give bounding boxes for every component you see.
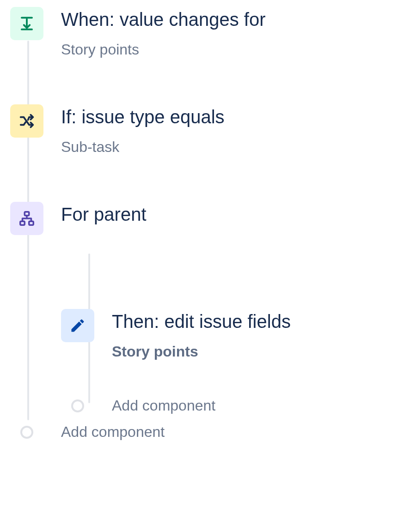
condition-body: If: issue type equals Sub-task [61, 104, 225, 156]
condition-value: Sub-task [61, 139, 225, 156]
add-component-branch[interactable]: Add component [61, 397, 407, 414]
action-title: Then: edit issue fields [112, 310, 291, 333]
action-field: Story points [112, 343, 291, 360]
trigger-body: When: value changes for Story points [61, 7, 265, 58]
branch-step[interactable]: For parent [10, 202, 407, 235]
add-circle-icon [20, 426, 33, 439]
trigger-field: Story points [61, 41, 265, 58]
condition-title: If: issue type equals [61, 105, 225, 128]
trigger-step[interactable]: When: value changes for Story points [10, 7, 407, 58]
edit-pencil-icon [61, 309, 94, 342]
action-body: Then: edit issue fields Story points [112, 309, 291, 360]
branch-children: Then: edit issue fields Story points Add… [61, 254, 407, 414]
trigger-title: When: value changes for [61, 8, 265, 31]
condition-step[interactable]: If: issue type equals Sub-task [10, 104, 407, 156]
shuffle-icon [10, 104, 43, 138]
branch-body: For parent [61, 202, 147, 226]
action-step[interactable]: Then: edit issue fields Story points [61, 309, 407, 360]
add-component-root[interactable]: Add component [20, 423, 407, 441]
add-circle-icon [71, 399, 84, 412]
branch-title: For parent [61, 203, 147, 226]
value-changes-icon [10, 7, 43, 40]
add-component-root-label: Add component [61, 423, 165, 441]
add-component-branch-label: Add component [112, 397, 215, 414]
hierarchy-icon [10, 202, 43, 235]
automation-rule-timeline: When: value changes for Story points If:… [0, 0, 416, 450]
